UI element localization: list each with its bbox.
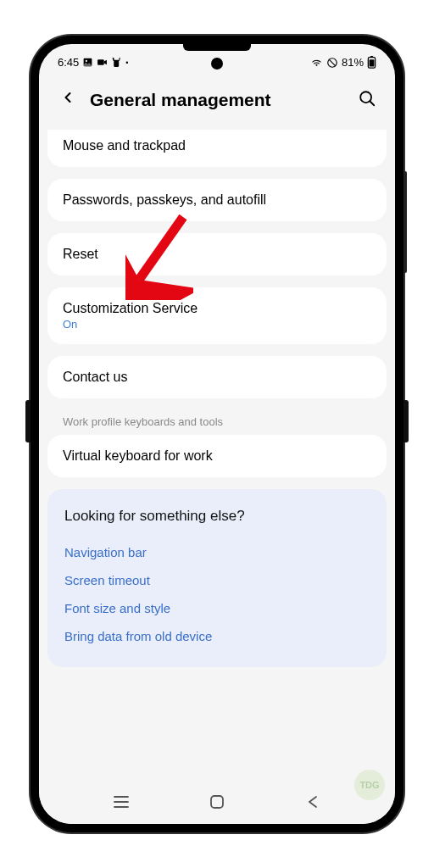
phone-frame: 6:45 • 81%	[31, 36, 403, 832]
page-title: General management	[90, 90, 346, 110]
list-group: Contact us	[47, 356, 387, 398]
shopping-icon	[111, 57, 122, 68]
system-nav-bar	[39, 783, 395, 824]
svg-line-4	[329, 58, 336, 65]
section-header-work: Work profile keyboards and tools	[47, 410, 387, 435]
front-camera	[211, 58, 223, 70]
screen: 6:45 • 81%	[39, 44, 395, 824]
search-button[interactable]	[354, 86, 380, 114]
suggestion-link-bring-data[interactable]: Bring data from old device	[64, 622, 370, 650]
hinge-right	[403, 400, 409, 442]
list-group: Reset	[47, 233, 387, 275]
suggestion-link-font-size[interactable]: Font size and style	[64, 594, 370, 622]
setting-passwords-autofill[interactable]: Passwords, passkeys, and autofill	[47, 179, 387, 221]
wifi-icon	[310, 57, 323, 68]
setting-virtual-keyboard-work[interactable]: Virtual keyboard for work	[47, 435, 387, 477]
watermark-badge: TDG	[354, 770, 385, 800]
svg-rect-7	[370, 59, 375, 66]
suggestion-link-screen-timeout[interactable]: Screen timeout	[64, 566, 370, 594]
status-dot: •	[125, 58, 128, 67]
status-time: 6:45	[58, 56, 79, 69]
gallery-icon	[82, 57, 93, 68]
svg-rect-15	[211, 796, 223, 808]
content-scroll[interactable]: Mouse and trackpad Passwords, passkeys, …	[39, 130, 395, 783]
setting-mouse-trackpad[interactable]: Mouse and trackpad	[47, 130, 387, 167]
battery-icon	[367, 56, 376, 69]
back-button[interactable]	[54, 86, 81, 114]
nav-home-button[interactable]	[206, 793, 228, 810]
setting-status: On	[63, 318, 371, 331]
svg-rect-2	[97, 59, 104, 65]
svg-line-9	[370, 101, 374, 105]
list-group: Customization Service On	[47, 287, 387, 344]
setting-contact-us[interactable]: Contact us	[47, 356, 387, 398]
setting-label: Customization Service	[63, 301, 371, 316]
video-icon	[97, 57, 108, 68]
speaker-notch	[183, 44, 251, 51]
status-left: 6:45 •	[58, 56, 128, 69]
list-group: Virtual keyboard for work	[47, 435, 387, 477]
svg-rect-6	[370, 56, 373, 58]
list-group: Passwords, passkeys, and autofill	[47, 179, 387, 221]
nav-back-button[interactable]	[302, 793, 324, 810]
svg-point-1	[86, 60, 87, 62]
hinge-left	[25, 400, 31, 442]
header: General management	[39, 74, 395, 130]
nav-recents-button[interactable]	[110, 793, 132, 810]
list-group: Mouse and trackpad	[47, 130, 387, 167]
suggestion-link-navigation-bar[interactable]: Navigation bar	[64, 538, 370, 566]
suggestion-card: Looking for something else? Navigation b…	[47, 489, 387, 667]
setting-reset[interactable]: Reset	[47, 233, 387, 275]
setting-customization-service[interactable]: Customization Service On	[47, 287, 387, 344]
battery-percent: 81%	[342, 56, 364, 69]
suggestion-title: Looking for something else?	[64, 508, 370, 525]
status-right: 81%	[310, 56, 376, 69]
no-signal-icon	[326, 57, 338, 69]
